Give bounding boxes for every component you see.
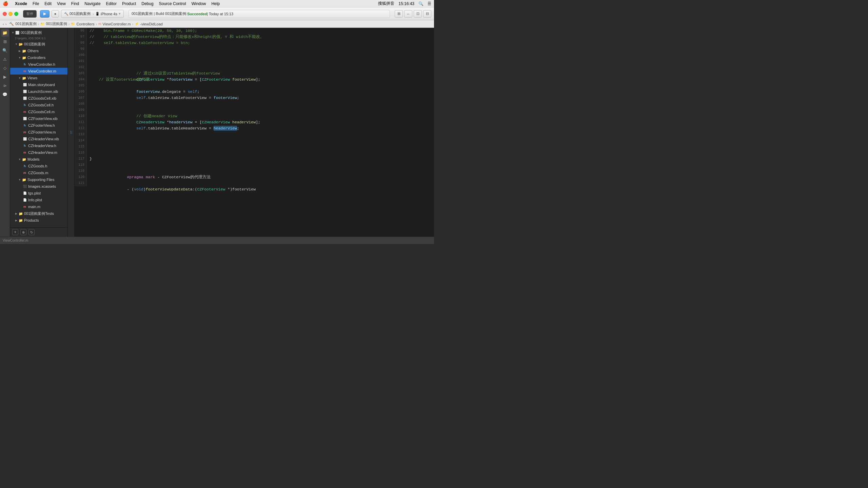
menu-editor[interactable]: Editor [106,1,117,6]
tree-czfooterview-xib[interactable]: ⬜ CZFooterView.xib [10,115,67,122]
time-display: 15:16:43 [398,1,414,6]
menu-xcode[interactable]: Xcode [15,1,27,6]
breadcrumb-item5[interactable]: -viewDidLoad [140,22,163,26]
menu-window[interactable]: Window [192,1,206,6]
tree-viewcontroller-h[interactable]: h ViewController.h [10,61,67,68]
h-icon3: h [22,143,27,148]
tree-models[interactable]: ▼ 📁 Models [10,156,67,163]
line-97: 97 [75,34,86,40]
tree-root-label: 001团购案例 [21,30,42,35]
tree-czgoods-h[interactable]: h CZGoods.h [10,163,67,169]
file-navigator-icon[interactable]: 📁 [1,29,9,37]
tree-czgoodscell-xib[interactable]: ⬜ CZGoodsCell.xib [10,95,67,102]
menu-product[interactable]: Product [122,1,136,6]
breakpoint-navigator-icon[interactable]: ⊳ [1,82,9,89]
tree-others[interactable]: ▶ 📁 Others [10,47,67,54]
test-navigator-icon[interactable]: ◇ [1,64,9,72]
tree-products[interactable]: ▶ 📁 Products [10,217,67,224]
tree-root[interactable]: ▼ ⬜ 001团购案例 [10,29,67,36]
minimize-button[interactable] [8,12,13,16]
m-icon4: m [22,170,27,175]
menu-edit[interactable]: Edit [44,1,52,6]
line-98: 98 [75,40,86,46]
breadcrumb-item3[interactable]: Controllers [76,22,94,26]
input-method: 搜狐拼音 [378,1,394,6]
tree-images-label: Images.xcassets [28,184,56,188]
tree-supporting[interactable]: ▼ 📁 Supporting Files [10,176,67,183]
menu-navigate[interactable]: Navigate [84,1,100,6]
menu-file[interactable]: File [33,1,39,6]
tree-info-label: Info.plist [28,198,42,202]
tree-czgoodscell-m-label: CZGoodsCell.m [28,110,55,114]
navigator-toggle[interactable]: ⊞ [395,10,403,18]
code-line-102: // 通过Xib设置UITableView的footerView [90,64,434,70]
breadcrumb-item2[interactable]: 001团购案例 [46,21,67,26]
scheme-selector[interactable]: 🔨 001团购案例 › 📱 iPhone 4s ▾ [61,10,124,18]
tree-tgs-plist[interactable]: 📄 tgs.plist [10,190,67,197]
tree-viewcontroller-m[interactable]: m ViewController.m [10,68,67,75]
code-line-104: // 设置footerView的代理 [90,77,434,83]
tree-czheaderview-m[interactable]: m CZHeaderView.m [10,149,67,156]
menu-help[interactable]: Help [211,1,220,6]
tree-czgoods-m[interactable]: m CZGoods.m [10,169,67,176]
stop-button[interactable]: ■ [52,10,59,18]
tree-main-storyboard[interactable]: ⬜ Main.storyboard [10,81,67,88]
editor[interactable]: 96 97 98 99 100 101 102 103 104 105 106 … [75,28,434,237]
device-name: iPhone 4s [101,12,117,16]
breadcrumb-nav-prev[interactable]: ‹ [3,22,4,26]
menu-view[interactable]: View [57,1,66,6]
sort-button[interactable]: ↻ [28,229,35,235]
breadcrumb-item4[interactable]: ViewController.m [103,22,131,26]
tree-controllers[interactable]: ▼ 📁 Controllers [10,54,67,61]
code-editor[interactable]: 96 97 98 99 100 101 102 103 104 105 106 … [75,28,434,237]
debug-navigator-icon[interactable]: ▶ [1,73,9,81]
layout-toggle[interactable]: ⊡ [414,10,422,18]
log-navigator-icon[interactable]: 💬 [1,91,9,98]
issues-navigator-icon[interactable]: ⚠ [1,56,9,63]
breadcrumb-nav-next[interactable]: › [5,22,7,26]
menu-source-control[interactable]: Source Control [159,1,186,6]
close-button[interactable] [3,12,7,16]
run-button[interactable]: ▶ [40,10,50,18]
tree-main-m-label: main.m [28,205,40,209]
tree-views[interactable]: ▼ 📁 Views [10,75,67,81]
menu-find[interactable]: Find [71,1,79,6]
breadcrumb-item1[interactable]: 001团购案例 [15,21,36,26]
menubar: 🍎 Xcode File Edit View Find Navigate Edi… [0,0,434,7]
line-120: 120 [75,174,86,180]
folder-icon: 📂 [18,42,23,46]
tree-info-plist[interactable]: 📄 Info.plist [10,197,67,203]
plist-icon1: 📄 [22,191,27,196]
tree-main-group[interactable]: ▼ 📂 001团购案例 [10,41,67,47]
menu-debug[interactable]: Debug [141,1,153,6]
tree-main-label: 001团购案例 [24,42,45,47]
tree-launch-label: LaunchScreen.xib [28,89,58,94]
file-tree: ▼ ⬜ 001团购案例 2 targets, iOS SDK 8.1 ▼ 📂 0… [10,28,67,227]
inspector-toggle[interactable]: ⊟ [423,10,431,18]
tree-czfooterview-m[interactable]: m CZFooterView.m [10,129,67,136]
search-navigator-icon[interactable]: 🔍 [1,47,9,54]
breadcrumb-icon2: 📁 [40,22,44,26]
code-scroll-area[interactable]: 96 97 98 99 100 101 102 103 104 105 106 … [75,28,434,237]
filter-button[interactable]: ⊕ [20,229,26,235]
notification-icon[interactable]: ☰ [428,1,431,6]
tree-czheaderview-h[interactable]: h CZHeaderView.h [10,142,67,149]
maximize-button[interactable] [14,12,18,16]
menubar-right: 搜狐拼音 15:16:43 🔍 ☰ [378,1,431,6]
search-icon[interactable]: 🔍 [418,1,423,6]
breadcrumb-icon5: ⚡ [135,22,139,26]
apple-menu[interactable]: 🍎 [3,1,8,6]
tree-tests[interactable]: ▶ 📁 001团购案例Tests [10,210,67,217]
add-file-button[interactable]: + [12,229,18,235]
code-body[interactable]: // btn.frame = CGRectMake(20, 50, 30, 10… [87,28,434,186]
tree-czgoodscell-h[interactable]: h CZGoodsCell.h [10,102,67,108]
tree-images-xcassets[interactable]: ⬛ Images.xcassets [10,183,67,190]
tree-czgoodscell-m[interactable]: m CZGoodsCell.m [10,108,67,115]
tree-main-m[interactable]: m main.m [10,203,67,210]
editor-toggle[interactable]: ↔ [404,10,412,18]
tree-czfooterview-h[interactable]: h CZFooterView.h [10,122,67,129]
tree-czheaderview-xib[interactable]: ⬜ CZHeaderView.xib [10,136,67,142]
expand-tests: ▶ [14,211,18,216]
tree-launchscreen[interactable]: ⬜ LaunchScreen.xib [10,88,67,95]
symbol-navigator-icon[interactable]: ⊞ [1,38,9,45]
